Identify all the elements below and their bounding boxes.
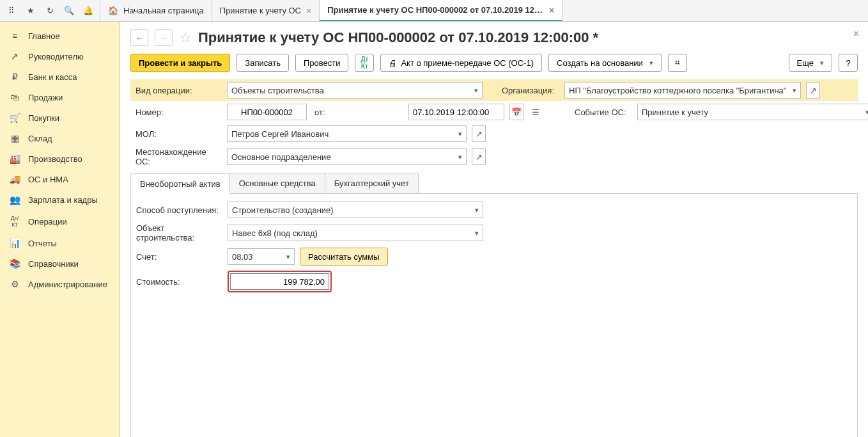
sidebar-item-label: Продажи: [28, 93, 63, 102]
sidebar-item-payroll[interactable]: 👥Зарплата и кадры: [0, 189, 120, 210]
help-button[interactable]: ?: [839, 54, 858, 72]
sidebar-item-label: Администрирование: [28, 280, 107, 289]
calendar-icon[interactable]: 📅: [509, 104, 523, 120]
title-row: ← → ☆ Принятие к учету ОС НП00-000002 от…: [130, 29, 858, 46]
location-select[interactable]: Основное подразделение▾: [227, 148, 467, 165]
ruble-icon: ₽: [9, 72, 20, 82]
post-and-close-button[interactable]: Провести и закрыть: [130, 54, 230, 72]
mol-label: МОЛ:: [136, 129, 222, 139]
object-select[interactable]: Навес 6х8 (под склад)▾: [228, 225, 483, 241]
sidebar-item-bank[interactable]: ₽Банк и касса: [0, 67, 120, 87]
close-icon[interactable]: ×: [306, 6, 311, 16]
tab-noncurrent-asset[interactable]: Внеоборотный актив: [130, 173, 230, 194]
sidebar-item-warehouse[interactable]: ▦Склад: [0, 128, 120, 148]
people-icon: 👥: [9, 195, 20, 205]
account-label: Счет:: [136, 252, 222, 262]
structure-button[interactable]: ⌗: [668, 54, 687, 72]
gear-icon: ⚙: [9, 279, 20, 289]
tab-document[interactable]: Принятие к учету ОС НП00-000002 от 07.10…: [320, 0, 562, 21]
apps-icon[interactable]: ⠿: [4, 3, 19, 19]
back-button[interactable]: ←: [130, 29, 148, 46]
chevron-down-icon: ▾: [865, 108, 868, 116]
chart-icon: ↗: [9, 51, 20, 61]
sidebar-item-production[interactable]: 🏭Производство: [0, 148, 120, 169]
sidebar-item-operations[interactable]: Дт/КтОперации: [0, 210, 120, 233]
sidebar-item-purchases[interactable]: 🛒Покупки: [0, 107, 120, 128]
account-select[interactable]: 08.03▾: [228, 248, 295, 265]
close-icon[interactable]: ×: [549, 5, 554, 15]
tab-fixed-assets[interactable]: Основные средства: [229, 173, 325, 193]
page-title: Принятие к учету ОС НП00-000002 от 07.10…: [198, 29, 598, 46]
sidebar-item-admin[interactable]: ⚙Администрирование: [0, 274, 120, 294]
tab-home[interactable]: 🏠 Начальная страница: [100, 0, 212, 21]
sidebar-item-label: Производство: [28, 154, 82, 164]
dtkt-button[interactable]: ДтКт: [355, 54, 374, 72]
cart-icon: 🛒: [9, 113, 20, 123]
operation-type-select[interactable]: Объекты строительства▾: [227, 82, 483, 99]
event-select[interactable]: Принятие к учету▾: [637, 104, 868, 120]
favorite-icon[interactable]: ★: [23, 3, 38, 19]
tab-label: Принятие к учету ОС НП00-000002 от 07.10…: [327, 5, 544, 15]
tab-label: Начальная страница: [123, 6, 204, 15]
event-label: Событие ОС:: [575, 107, 632, 117]
bag-icon: 🛍: [9, 92, 20, 102]
operation-type-label: Вид операции:: [136, 86, 222, 95]
tab-list[interactable]: Принятие к учету ОС ×: [212, 0, 320, 21]
save-button[interactable]: Записать: [236, 54, 289, 72]
organization-select[interactable]: НП "Благоустройство коттеджного поселка …: [564, 82, 801, 99]
number-label: Номер:: [136, 107, 222, 117]
chevron-down-icon: ▾: [474, 86, 478, 95]
forward-button[interactable]: →: [155, 29, 173, 46]
form-area: Вид операции: Объекты строительства▾ Орг…: [130, 79, 858, 437]
tab-panel: Способ поступления: Строительство (созда…: [130, 194, 858, 437]
highlight-cost: [228, 271, 332, 292]
post-button[interactable]: Провести: [295, 54, 349, 72]
sidebar-item-label: Покупки: [28, 113, 59, 123]
sidebar-item-label: ОС и НМА: [28, 175, 68, 184]
topbar-icons: ⠿ ★ ↻ 🔍 🔔: [0, 0, 100, 21]
close-page-icon[interactable]: ×: [853, 28, 859, 40]
cost-input[interactable]: [230, 273, 329, 290]
location-label: Местонахождение ОС:: [136, 147, 222, 166]
chevron-down-icon: ▾: [458, 130, 462, 138]
tab-label: Принятие к учету ОС: [220, 6, 301, 15]
books-icon: 📚: [9, 258, 20, 269]
chevron-down-icon: ▾: [286, 253, 290, 261]
search-icon[interactable]: 🔍: [61, 3, 77, 19]
mol-select[interactable]: Петров Сергей Иванович▾: [227, 125, 467, 142]
sub-tabs: Внеоборотный актив Основные средства Бух…: [130, 173, 858, 194]
create-based-button[interactable]: Создать на основании: [548, 54, 662, 72]
favorite-toggle-icon[interactable]: ☆: [179, 29, 192, 46]
object-label: Объект строительства:: [136, 223, 222, 242]
bars-icon: 📊: [9, 238, 20, 248]
print-act-button[interactable]: 🖨Акт о приеме-передаче ОС (ОС-1): [380, 54, 542, 72]
chevron-down-icon: ▾: [475, 206, 479, 214]
number-input[interactable]: [227, 104, 307, 120]
chevron-down-icon: ▾: [475, 229, 479, 237]
method-select[interactable]: Строительство (создание)▾: [228, 202, 483, 218]
list-icon[interactable]: ☰: [529, 104, 543, 120]
calculate-button[interactable]: Рассчитать суммы: [300, 248, 388, 266]
from-label: от:: [314, 107, 401, 117]
sidebar-item-reports[interactable]: 📊Отчеты: [0, 233, 120, 253]
content: × ← → ☆ Принятие к учету ОС НП00-000002 …: [120, 22, 868, 437]
bell-icon[interactable]: 🔔: [81, 3, 96, 19]
truck-icon: 🚚: [9, 174, 20, 184]
sidebar-item-assets[interactable]: 🚚ОС и НМА: [0, 169, 120, 189]
chevron-down-icon: ▾: [458, 153, 462, 161]
sidebar-item-catalogs[interactable]: 📚Справочники: [0, 253, 120, 274]
open-button[interactable]: ↗: [472, 148, 486, 165]
sidebar-item-label: Руководителю: [28, 52, 84, 61]
history-icon[interactable]: ↻: [42, 3, 58, 19]
sidebar-item-label: Главное: [28, 31, 60, 41]
more-button[interactable]: Еще: [789, 54, 832, 72]
sidebar-item-manager[interactable]: ↗Руководителю: [0, 46, 120, 67]
date-input[interactable]: [408, 104, 504, 120]
sidebar-item-sales[interactable]: 🛍Продажи: [0, 87, 120, 107]
open-button[interactable]: ↗: [806, 82, 820, 99]
tab-accounting[interactable]: Бухгалтерский учет: [325, 173, 419, 193]
chevron-down-icon: ▾: [793, 86, 796, 95]
sidebar-item-main[interactable]: ≡Главное: [0, 26, 120, 46]
sidebar-item-label: Отчеты: [28, 239, 57, 248]
open-button[interactable]: ↗: [472, 125, 486, 142]
